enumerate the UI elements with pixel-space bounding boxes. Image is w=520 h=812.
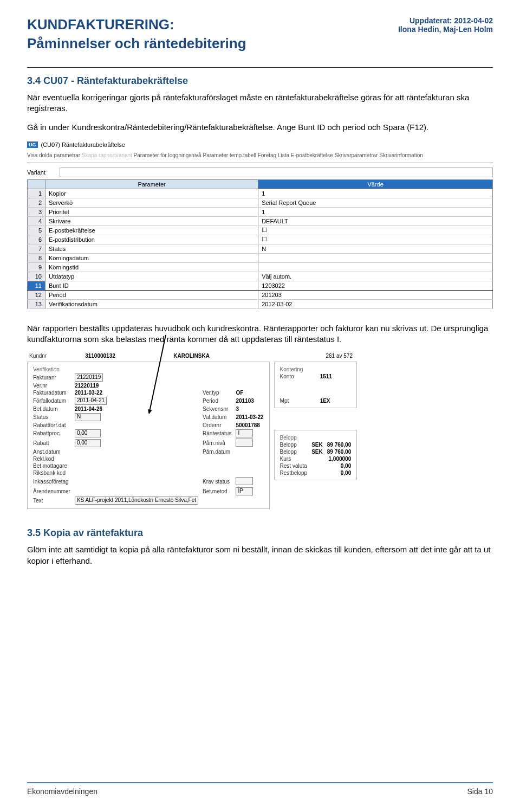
- row-value[interactable]: N: [258, 244, 493, 253]
- field-value: 201103: [233, 396, 265, 405]
- field-input[interactable]: [233, 438, 265, 448]
- table-row[interactable]: 10UtdatatypVälj autom.: [28, 272, 493, 281]
- field-input[interactable]: N: [73, 413, 200, 422]
- row-num: 1: [28, 189, 46, 198]
- field-row: Rabatt0,00Påm.nivå: [31, 438, 266, 448]
- menu-item[interactable]: Skrivarinformation: [379, 152, 423, 158]
- field-label: Status: [31, 413, 73, 422]
- belopp-label: Belopp: [278, 441, 310, 448]
- kundnamn: KAROLINSKA: [171, 352, 275, 359]
- field-label: [200, 455, 233, 462]
- table-row[interactable]: 1Kopior1: [28, 189, 493, 198]
- field-label: Räntestatus: [200, 429, 233, 438]
- row-value[interactable]: 2012-03-02: [258, 299, 493, 308]
- table-row[interactable]: 9Körningstid: [28, 262, 493, 272]
- row-value[interactable]: ☐: [258, 235, 493, 244]
- field-label: [200, 469, 233, 476]
- field-input[interactable]: IP: [233, 487, 265, 496]
- field-input[interactable]: 2011-04-21: [73, 396, 200, 405]
- row-value[interactable]: Välj autom.: [258, 272, 493, 281]
- section-3-4-para2: Gå in under Kundreskontra/Räntedebiterin…: [27, 122, 493, 133]
- kont-value: 1511: [318, 373, 354, 380]
- screenshot-cu07: UG (CU07) Räntefakturabekräftelse Visa d…: [27, 140, 493, 309]
- row-value[interactable]: 1: [258, 207, 493, 216]
- row-value[interactable]: [258, 262, 493, 272]
- row-param: E-postdistribution: [46, 235, 258, 244]
- record-counter: 261 av 572: [275, 352, 355, 359]
- field-value: 21220119: [73, 382, 200, 389]
- kont-label: Mpt: [278, 397, 318, 404]
- field-label: Ver.typ: [200, 389, 233, 396]
- row-num: 10: [28, 272, 46, 281]
- field-label: Bet.datum: [31, 405, 73, 413]
- field-label: Sekvensnr: [200, 405, 233, 413]
- kundnr-label: Kundnr: [27, 352, 83, 359]
- belopp-value: 0,00: [325, 462, 354, 469]
- field-row: Rabattförf.datOrdernr50001788: [31, 422, 266, 429]
- variant-field[interactable]: [60, 167, 493, 177]
- field-input[interactable]: [233, 476, 265, 487]
- field-label: [200, 496, 233, 505]
- belopp-row: Restbelopp0,00: [278, 469, 354, 476]
- row-value[interactable]: ☐: [258, 225, 493, 235]
- table-row[interactable]: 11Bunt ID1203022: [28, 281, 493, 290]
- row-param: Körningstid: [46, 262, 258, 272]
- row-param: Verifikationsdatum: [46, 299, 258, 308]
- verifikation-table: Fakturanr21220119Ver.nr21220119Fakturada…: [31, 373, 266, 505]
- menu-item[interactable]: Företag: [258, 152, 278, 158]
- menu-item[interactable]: Parameter temp.tabell: [203, 152, 257, 158]
- field-label: Inkassoföretag: [31, 476, 73, 487]
- footer-block: Ekonomiavdelningen Sida 10: [27, 777, 493, 796]
- table-row[interactable]: 4SkrivareDEFAULT: [28, 216, 493, 225]
- menu-item[interactable]: Skapa rapportvariant: [82, 152, 134, 158]
- field-value: [73, 448, 200, 455]
- table-row[interactable]: 2ServerköSerial Report Queue: [28, 198, 493, 207]
- menu-item[interactable]: Parameter för loggningsnivå: [134, 152, 203, 158]
- field-input[interactable]: 0,00: [73, 429, 200, 438]
- table-row[interactable]: 3Prioritet1: [28, 207, 493, 216]
- menu-item[interactable]: E-postbekräftelse: [291, 152, 335, 158]
- table-row[interactable]: 13Verifikationsdatum2012-03-02: [28, 299, 493, 308]
- row-value[interactable]: 201203: [258, 290, 493, 299]
- row-value[interactable]: 1: [258, 189, 493, 198]
- menu-item[interactable]: Visa dolda parametrar: [27, 152, 82, 158]
- row-param: Utdatatyp: [46, 272, 258, 281]
- variant-label: Variant: [27, 169, 54, 176]
- row-param: Körningsdatum: [46, 253, 258, 262]
- field-label: Rabatt: [31, 438, 73, 448]
- menu-item[interactable]: Lista: [278, 152, 291, 158]
- row-value[interactable]: [258, 253, 493, 262]
- table-row[interactable]: 12Period201203: [28, 290, 493, 299]
- kontering-title: Kontering: [278, 366, 306, 372]
- window-menu[interactable]: Visa dolda parametrar Skapa rapportvaria…: [27, 149, 493, 163]
- row-param: Status: [46, 244, 258, 253]
- row-value[interactable]: 1203022: [258, 281, 493, 290]
- updated-block: Uppdaterat: 2012-04-02 Ilona Hedin, Maj-…: [398, 16, 493, 54]
- row-param: Serverkö: [46, 198, 258, 207]
- header-rule: [27, 67, 493, 68]
- section-3-4-heading: 3.4 CU07 - Räntefakturabekräftelse: [27, 75, 493, 87]
- field-input[interactable]: I: [233, 429, 265, 438]
- field-value: 3: [233, 405, 265, 413]
- page-header: KUNDFAKTURERING: Påminnelser och räntede…: [27, 16, 493, 54]
- row-value[interactable]: DEFAULT: [258, 216, 493, 225]
- col-parameter: Parameter: [46, 179, 258, 189]
- field-input[interactable]: 0,00: [73, 438, 200, 448]
- field-row: Bet.mottagare: [31, 462, 266, 469]
- field-input[interactable]: 21220119: [73, 373, 200, 382]
- footer-right: Sida 10: [467, 787, 493, 796]
- menu-item[interactable]: Skrivarparametrar: [334, 152, 379, 158]
- field-value: [233, 455, 265, 462]
- row-num: 7: [28, 244, 46, 253]
- table-row[interactable]: 7StatusN: [28, 244, 493, 253]
- table-row[interactable]: 6E-postdistribution☐: [28, 235, 493, 244]
- table-row[interactable]: 8Körningsdatum: [28, 253, 493, 262]
- field-input[interactable]: KS ALF-projekt 2011,Lönekostn Ernesto Si…: [73, 496, 200, 505]
- field-label: [200, 373, 233, 382]
- table-row[interactable]: 5E-postbekräftelse☐: [28, 225, 493, 235]
- verifikation-title: Verifikation: [31, 366, 62, 372]
- belopp-title: Belopp: [278, 435, 299, 441]
- field-value: [73, 422, 200, 429]
- belopp-row: Rest valuta0,00: [278, 462, 354, 469]
- row-value[interactable]: Serial Report Queue: [258, 198, 493, 207]
